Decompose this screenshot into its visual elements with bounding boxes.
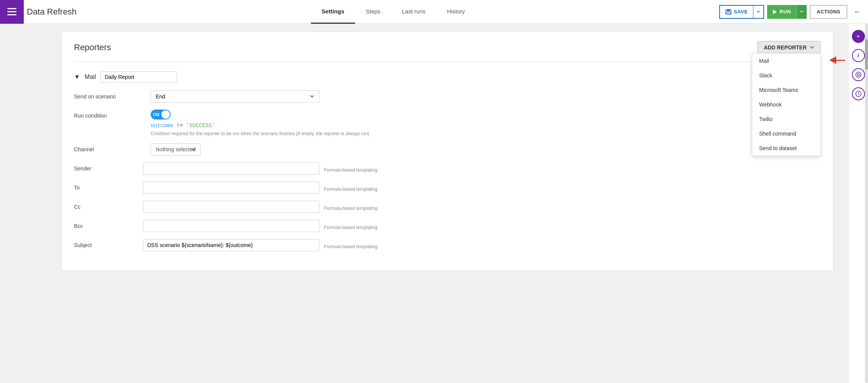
dropdown-item-webhook[interactable]: Webhook [752,97,820,112]
dropdown-item-slack[interactable]: Slack [752,68,820,83]
mail-name-input[interactable] [100,71,177,83]
send-on-scenario-select[interactable]: End Start [151,90,319,103]
reporters-header: Reporters ADD REPORTER [74,41,821,54]
subject-input-wrapper [143,239,319,251]
sidebar-clock-button[interactable] [852,87,865,100]
svg-line-8 [858,94,860,95]
svg-marker-3 [773,10,777,14]
subject-input[interactable] [143,239,319,251]
run-condition-row: Run condition ON outcome != 'SUCCESS' Co… [74,110,821,136]
tab-last-runs[interactable]: Last runs [391,0,436,24]
channel-select[interactable]: Nothing selected [151,143,201,155]
add-reporter-dropdown: Mail Slack Microsoft Teams Webhook Twili… [752,53,821,156]
save-button[interactable]: SAVE [719,5,764,19]
bcc-label: Bcc [74,223,143,229]
subject-row: Subject Formula-based templating [74,239,821,251]
right-sidebar: + i [848,24,868,383]
app-title: Data Refresh [27,7,77,17]
send-on-scenario-row: Send on scenario End Start [74,90,821,103]
content-area: Reporters ADD REPORTER [0,24,845,383]
toggle-container: ON [151,110,369,119]
dropdown-item-send-to-dataset[interactable]: Send to dataset [752,141,820,155]
hamburger-button[interactable] [0,0,24,24]
arrow-head [829,56,836,64]
tab-history[interactable]: History [436,0,476,24]
run-dropdown-arrow[interactable] [797,5,807,19]
subject-formula-label: Formula-based templating [324,241,377,249]
arrow-line [836,60,845,61]
sidebar-plus-button[interactable]: + [852,30,865,43]
chevron-down-icon [756,10,760,13]
subject-label: Subject [74,242,143,248]
dropdown-item-microsoft-teams[interactable]: Microsoft Teams [752,83,820,97]
tab-steps[interactable]: Steps [355,0,391,24]
dropdown-item-mail[interactable]: Mail [752,54,820,68]
run-main[interactable]: RUN [767,5,797,19]
svg-rect-1 [727,10,730,11]
reporters-card: Reporters ADD REPORTER [61,31,833,271]
top-bar: Data Refresh Settings Steps Last runs Hi… [0,0,868,24]
code-val: 'SUCCESS' [186,123,215,129]
actions-button[interactable]: ACTIONS [810,5,847,19]
add-reporter-button[interactable]: ADD REPORTER [757,41,821,54]
cc-input-wrapper [143,201,319,213]
reporters-divider [74,62,821,62]
sidebar-info-button[interactable]: i [852,49,865,62]
cc-formula-label: Formula-based templating [324,203,377,211]
to-formula-label: Formula-based templating [324,183,377,192]
sender-label: Sender [74,165,143,172]
dropdown-item-shell-command[interactable]: Shell command [752,126,820,141]
run-condition-label: Run condition [74,110,143,119]
code-op: != [176,123,186,129]
cc-label: Cc [74,204,143,210]
clock-icon [855,91,861,97]
sender-row: Sender Formula-based templating [74,162,821,175]
add-reporter-chevron-icon [810,46,814,49]
bcc-input[interactable] [143,220,319,232]
toggle-knob [161,110,170,119]
run-chevron-icon [800,10,804,13]
mail-collapse-button[interactable]: ▼ [74,74,80,80]
bcc-row: Bcc Formula-based templating [74,220,821,232]
comment-icon [855,72,861,78]
channel-row: Channel Nothing selected [74,143,821,155]
to-input-wrapper [143,182,319,194]
channel-select-wrapper: Nothing selected [151,143,201,155]
dropdown-item-twilio[interactable]: Twilio [752,112,820,126]
condition-hint: Condition required for the reporter to b… [151,131,369,136]
arrow-annotation [829,56,845,64]
mail-section-header: ▼ Mail [74,71,821,83]
nav-tabs: Settings Steps Last runs History [311,0,476,24]
sidebar-comment-button[interactable] [852,68,865,81]
sender-input-wrapper [143,162,319,175]
play-icon [773,9,777,15]
sender-input[interactable] [143,162,319,175]
back-button[interactable]: ← [853,7,862,17]
cc-input[interactable] [143,201,319,213]
run-button[interactable]: RUN [767,5,807,19]
save-dropdown-arrow[interactable] [753,6,763,18]
cc-row: Cc Formula-based templating [74,201,821,213]
code-block: outcome != 'SUCCESS' [151,123,369,129]
main-layout: Reporters ADD REPORTER [0,24,868,383]
run-condition-toggle[interactable]: ON [151,110,171,119]
channel-label: Channel [74,143,143,152]
bcc-input-wrapper [143,220,319,232]
to-input[interactable] [143,182,319,194]
to-label: To [74,185,143,191]
svg-point-5 [857,74,860,76]
svg-rect-2 [727,12,730,14]
bcc-formula-label: Formula-based templating [324,222,377,230]
reporters-title: Reporters [74,43,111,52]
save-icon [725,9,732,15]
send-on-scenario-label: Send on scenario [74,90,143,100]
svg-point-4 [856,72,861,77]
run-condition-control: ON outcome != 'SUCCESS' Condition requir… [151,110,369,136]
sender-formula-label: Formula-based templating [324,164,377,173]
code-keyword: outcome [151,123,173,129]
save-main[interactable]: SAVE [720,6,753,18]
tab-settings[interactable]: Settings [311,0,355,24]
send-on-scenario-control: End Start [151,90,319,103]
to-row: To Formula-based templating [74,182,821,194]
nav-actions: SAVE RUN ACTIONS ← [719,5,862,19]
